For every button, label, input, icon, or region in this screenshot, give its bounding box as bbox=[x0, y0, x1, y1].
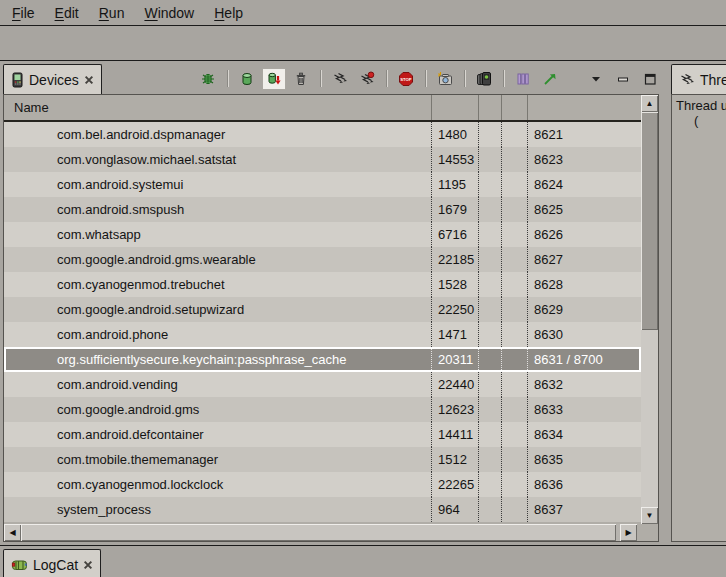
cell-c4 bbox=[501, 322, 527, 347]
table-row[interactable]: com.android.smspush16798625 bbox=[4, 197, 641, 222]
column-header-3[interactable] bbox=[478, 95, 501, 120]
tab-logcat[interactable]: LogCat bbox=[3, 549, 101, 577]
minimize-icon[interactable] bbox=[611, 68, 635, 90]
vertical-scrollbar-thumb[interactable] bbox=[641, 112, 658, 330]
toolbar-separator bbox=[425, 70, 426, 87]
cell-name: com.bel.android.dspmanager bbox=[4, 122, 431, 147]
scroll-down-icon[interactable]: ▼ bbox=[641, 507, 658, 524]
table-row[interactable]: com.cyanogenmod.trebuchet15288628 bbox=[4, 272, 641, 297]
cell-c3 bbox=[478, 147, 501, 172]
cell-c3 bbox=[478, 322, 501, 347]
menu-window[interactable]: Window bbox=[134, 1, 204, 25]
systrace-icon[interactable] bbox=[511, 68, 535, 90]
stop-process-icon[interactable]: STOP bbox=[394, 68, 418, 90]
cell-name: com.android.smspush bbox=[4, 197, 431, 222]
cell-c4 bbox=[501, 397, 527, 422]
table-row[interactable]: com.vonglasow.michael.satstat145538623 bbox=[4, 147, 641, 172]
threads-profiling-icon[interactable] bbox=[355, 68, 379, 90]
cell-port: 8628 bbox=[527, 272, 641, 297]
scroll-left-icon[interactable]: ◀ bbox=[4, 524, 21, 541]
cell-name: com.cyanogenmod.lockclock bbox=[4, 472, 431, 497]
table-row[interactable]: com.cyanogenmod.lockclock222658636 bbox=[4, 472, 641, 497]
debug-icon[interactable] bbox=[196, 68, 220, 90]
cell-c3 bbox=[478, 172, 501, 197]
menu-edit[interactable]: Edit bbox=[45, 1, 89, 25]
close-icon[interactable] bbox=[84, 75, 94, 85]
menu-run-rest: un bbox=[109, 5, 125, 21]
table-row[interactable]: com.android.vending224408632 bbox=[4, 372, 641, 397]
column-header-pid[interactable] bbox=[431, 95, 478, 120]
cell-c4 bbox=[501, 247, 527, 272]
cell-pid: 22440 bbox=[431, 372, 478, 397]
menu-edit-rest: dit bbox=[64, 5, 79, 21]
menu-help[interactable]: Help bbox=[204, 1, 253, 25]
cell-port: 8634 bbox=[527, 422, 641, 447]
svg-text:STOP: STOP bbox=[400, 76, 412, 81]
cell-c4 bbox=[501, 372, 527, 397]
cell-c3 bbox=[478, 447, 501, 472]
cell-c3 bbox=[478, 197, 501, 222]
menu-run-mnemonic: R bbox=[99, 5, 109, 21]
vertical-scrollbar[interactable]: ▲ ▼ bbox=[641, 95, 658, 524]
cell-c4 bbox=[501, 497, 527, 522]
menu-run[interactable]: Run bbox=[89, 1, 135, 25]
view-menu-icon[interactable] bbox=[584, 68, 608, 90]
table-row[interactable]: com.google.android.setupwizard222508629 bbox=[4, 297, 641, 322]
horizontal-scrollbar[interactable]: ◀ ▶ bbox=[4, 524, 637, 541]
table-row[interactable]: com.tmobile.thememanager15128635 bbox=[4, 447, 641, 472]
cell-c3 bbox=[478, 297, 501, 322]
cell-port: 8632 bbox=[527, 372, 641, 397]
close-icon[interactable] bbox=[83, 560, 93, 570]
cell-port: 8629 bbox=[527, 297, 641, 322]
cell-c4 bbox=[501, 472, 527, 497]
update-heap-icon[interactable] bbox=[235, 68, 259, 90]
tab-devices[interactable]: Devices bbox=[3, 64, 102, 94]
horizontal-scrollbar-thumb[interactable] bbox=[21, 524, 616, 541]
column-header-name[interactable]: Name bbox=[4, 95, 431, 120]
table-row[interactable]: system_process9648637 bbox=[4, 497, 641, 522]
cell-port: 8621 bbox=[527, 122, 641, 147]
table-row[interactable]: com.bel.android.dspmanager14808621 bbox=[4, 122, 641, 147]
menu-file[interactable]: File bbox=[2, 1, 45, 25]
cell-c4 bbox=[501, 447, 527, 472]
table-row[interactable]: com.google.android.gms126238633 bbox=[4, 397, 641, 422]
phone-stack-icon[interactable] bbox=[472, 68, 496, 90]
cell-c3 bbox=[478, 397, 501, 422]
threads-message-line2: ( bbox=[694, 113, 726, 128]
update-threads-icon[interactable] bbox=[328, 68, 352, 90]
column-header-port[interactable] bbox=[527, 95, 641, 120]
table-row[interactable]: com.google.android.gms.wearable221858627 bbox=[4, 247, 641, 272]
table-row[interactable]: com.android.systemui11958624 bbox=[4, 172, 641, 197]
cell-pid: 1471 bbox=[431, 322, 478, 347]
cell-name: com.android.defcontainer bbox=[4, 422, 431, 447]
table-row[interactable]: com.android.defcontainer144118634 bbox=[4, 422, 641, 447]
table-row[interactable]: com.android.phone14718630 bbox=[4, 322, 641, 347]
tab-threads[interactable]: Threa bbox=[671, 64, 726, 94]
cell-port: 8636 bbox=[527, 472, 641, 497]
cell-c4 bbox=[501, 222, 527, 247]
table-row-selected[interactable]: org.sufficientlysecure.keychain:passphra… bbox=[4, 347, 641, 372]
logcat-panel: LogCat bbox=[0, 545, 726, 577]
toolbar-separator bbox=[464, 70, 465, 87]
cell-name: com.tmobile.thememanager bbox=[4, 447, 431, 472]
method-profiling-icon[interactable] bbox=[538, 68, 562, 90]
table-row[interactable]: com.whatsapp67168626 bbox=[4, 222, 641, 247]
cause-gc-trash-icon[interactable] bbox=[289, 68, 313, 90]
column-header-4[interactable] bbox=[501, 95, 527, 120]
scroll-up-icon[interactable]: ▲ bbox=[641, 95, 658, 112]
dump-hprof-icon[interactable] bbox=[262, 68, 286, 90]
cell-pid: 1195 bbox=[431, 172, 478, 197]
cell-c3 bbox=[478, 122, 501, 147]
phone-icon bbox=[11, 72, 24, 88]
screen-capture-icon[interactable] bbox=[433, 68, 457, 90]
toolbar-separator bbox=[386, 70, 387, 87]
cell-name: com.google.android.gms bbox=[4, 397, 431, 422]
cell-port: 8627 bbox=[527, 247, 641, 272]
cell-name: system_process bbox=[4, 497, 431, 522]
scroll-right-icon[interactable]: ▶ bbox=[620, 524, 637, 541]
top-toolbar-strip bbox=[0, 27, 726, 61]
maximize-icon[interactable] bbox=[638, 68, 662, 90]
cell-port: 8624 bbox=[527, 172, 641, 197]
cell-port: 8631 / 8700 bbox=[527, 347, 641, 372]
cell-port: 8623 bbox=[527, 147, 641, 172]
